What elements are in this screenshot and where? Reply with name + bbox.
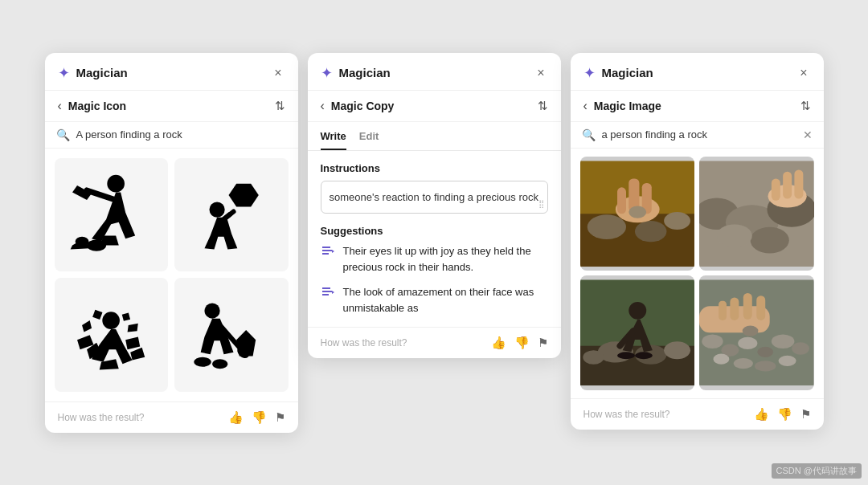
svg-point-58 — [664, 341, 690, 359]
panel2-filter-icon[interactable]: ⇅ — [538, 99, 548, 113]
svg-point-62 — [617, 352, 635, 359]
panel1-close-button[interactable]: × — [271, 64, 285, 82]
panel3-close-button[interactable]: × — [796, 64, 810, 82]
panel1-search-text: A person finding a rock — [76, 128, 287, 141]
panel2-flag-button[interactable]: ⚑ — [538, 336, 548, 350]
panel1-flag-button[interactable]: ⚑ — [275, 410, 285, 425]
panel3-thumbdown-button[interactable]: 👎 — [777, 407, 792, 422]
panel3-search-text: a person finding a rock — [602, 128, 796, 141]
svg-point-59 — [583, 350, 604, 365]
icon-cell-2[interactable] — [174, 158, 289, 272]
svg-point-37 — [634, 221, 665, 242]
suggestion-item-2: The look of amazement on their face was … — [321, 284, 548, 316]
image-cell-3[interactable] — [580, 275, 695, 390]
image-grid — [571, 149, 824, 398]
panel2-nav-left: ‹ Magic Copy — [321, 99, 395, 113]
panel3-nav-left: ‹ Magic Image — [583, 99, 661, 113]
panel3-clear-button[interactable]: ✕ — [803, 128, 813, 141]
copy-content: Instructions someone's reaction to findi… — [308, 151, 561, 328]
panel1-back-button[interactable]: ‹ — [58, 99, 62, 113]
suggestion2-icon — [321, 285, 335, 303]
svg-point-80 — [743, 325, 759, 336]
svg-point-72 — [734, 358, 753, 369]
panel3-nav: ‹ Magic Image ⇅ — [571, 91, 824, 122]
svg-rect-42 — [617, 187, 626, 214]
panel1-thumbdown-button[interactable]: 👎 — [252, 410, 267, 425]
panel2-footer-actions: 👍 👎 ⚑ — [491, 336, 548, 350]
svg-marker-33 — [332, 291, 334, 294]
svg-point-21 — [204, 303, 219, 318]
svg-point-25 — [212, 359, 227, 369]
svg-rect-19 — [122, 312, 130, 320]
panel1-search-bar: 🔍 A person finding a rock — [45, 122, 298, 149]
panel1-nav-title: Magic Icon — [68, 100, 126, 112]
image-cell-4[interactable] — [699, 275, 814, 390]
panel2-close-button[interactable]: × — [534, 64, 547, 82]
panel3-header: ✦ Magician × — [571, 53, 824, 91]
svg-point-70 — [792, 342, 809, 354]
svg-point-48 — [751, 226, 789, 253]
svg-rect-79 — [719, 301, 727, 320]
panel3-search-icon: 🔍 — [582, 128, 596, 141]
panel3-footer: How was the result? 👍 👎 ⚑ — [571, 398, 824, 430]
svg-rect-52 — [783, 171, 792, 198]
panel2-tab-bar: Write Edit — [308, 122, 561, 151]
panel3-header-left: ✦ Magician — [583, 64, 653, 82]
svg-marker-14 — [130, 347, 145, 360]
svg-rect-77 — [743, 293, 752, 320]
panel1-app-title: Magician — [76, 66, 128, 79]
suggestion2-text[interactable]: The look of amazement on their face was … — [343, 284, 548, 316]
panel1-header: ✦ Magician × — [45, 53, 298, 91]
panel3-nav-title: Magic Image — [594, 100, 661, 112]
panel3-thumbup-button[interactable]: 👍 — [754, 407, 769, 422]
panel1-thumbup-button[interactable]: 👍 — [228, 410, 244, 425]
panel1-footer-actions: 👍 👎 ⚑ — [228, 410, 285, 425]
svg-point-71 — [714, 354, 730, 365]
panel3-filter-icon[interactable]: ⇅ — [800, 99, 811, 113]
panel1-nav: ‹ Magic Icon ⇅ — [45, 91, 298, 122]
svg-point-60 — [628, 302, 646, 320]
icon-cell-4[interactable] — [174, 278, 289, 392]
panel1-search-icon: 🔍 — [56, 128, 70, 141]
tab-edit[interactable]: Edit — [359, 130, 379, 150]
svg-rect-76 — [756, 295, 765, 320]
svg-marker-17 — [128, 323, 138, 332]
svg-point-24 — [194, 357, 211, 366]
instructions-box[interactable]: someone's reaction to finding a precious… — [321, 181, 548, 214]
svg-rect-53 — [772, 178, 780, 200]
svg-point-43 — [628, 206, 646, 218]
icon-cell-1[interactable] — [55, 158, 169, 272]
panel2-thumbdown-button[interactable]: 👎 — [514, 336, 530, 350]
star-icon: ✦ — [58, 64, 70, 82]
svg-line-1 — [87, 190, 116, 200]
image-cell-2[interactable] — [699, 157, 814, 271]
panel2-back-button[interactable]: ‹ — [321, 99, 325, 113]
suggestion1-text[interactable]: Their eyes lit up with joy as they held … — [343, 243, 548, 275]
panel3-app-title: Magician — [602, 66, 653, 79]
icon-cell-3[interactable] — [55, 278, 169, 392]
svg-rect-18 — [92, 309, 102, 319]
suggestions-label: Suggestions — [321, 225, 548, 237]
panel3-footer-actions: 👍 👎 ⚑ — [754, 407, 811, 422]
panel2-thumbup-button[interactable]: 👍 — [491, 336, 506, 350]
watermark: CSDN @代码讲故事 — [772, 463, 862, 479]
svg-point-73 — [755, 361, 776, 371]
svg-point-49 — [717, 224, 752, 247]
panel3-back-button[interactable]: ‹ — [583, 99, 588, 113]
svg-point-63 — [634, 352, 652, 359]
svg-line-9 — [223, 212, 233, 220]
svg-point-10 — [102, 312, 120, 329]
magic-icon-panel: ✦ Magician × ‹ Magic Icon ⇅ 🔍 A person f… — [45, 53, 298, 433]
svg-point-0 — [107, 175, 125, 193]
panel2-footer: How was the result? 👍 👎 ⚑ — [308, 327, 561, 358]
image-cell-1[interactable] — [580, 157, 695, 271]
svg-point-74 — [779, 356, 796, 366]
svg-point-36 — [587, 214, 625, 239]
svg-marker-16 — [82, 320, 92, 332]
panel2-footer-text: How was the result? — [321, 337, 407, 348]
panel3-footer-text: How was the result? — [583, 409, 670, 420]
panel3-flag-button[interactable]: ⚑ — [800, 407, 811, 422]
tab-write[interactable]: Write — [321, 130, 346, 150]
filter-icon[interactable]: ⇅ — [275, 99, 285, 113]
panel3-star-icon: ✦ — [583, 64, 596, 82]
